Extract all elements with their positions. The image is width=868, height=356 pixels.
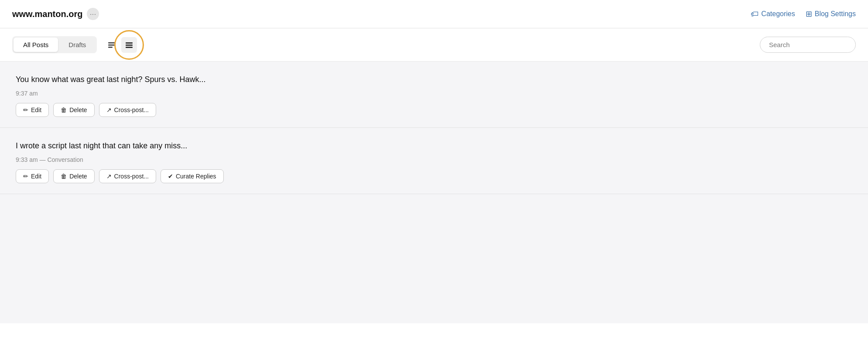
crosspost-label: Cross-post... bbox=[114, 173, 149, 180]
categories-link[interactable]: 🏷 Categories bbox=[751, 10, 795, 19]
delete-label: Delete bbox=[69, 173, 87, 180]
compact-view-button[interactable] bbox=[104, 37, 120, 53]
svg-rect-0 bbox=[108, 42, 115, 44]
post-item: You know what was great last night? Spur… bbox=[0, 62, 868, 128]
meta-separator: — bbox=[39, 156, 47, 163]
svg-rect-1 bbox=[108, 44, 115, 46]
edit-button[interactable]: ✏ Edit bbox=[16, 169, 49, 183]
tab-all-posts[interactable]: All Posts bbox=[14, 38, 58, 52]
edit-icon: ✏ bbox=[23, 106, 28, 113]
crosspost-button[interactable]: ↗ Cross-post... bbox=[99, 103, 156, 117]
svg-rect-5 bbox=[126, 47, 133, 48]
delete-button[interactable]: 🗑 Delete bbox=[53, 103, 94, 117]
delete-icon: 🗑 bbox=[61, 173, 67, 180]
post-text: You know what was great last night? Spur… bbox=[16, 74, 852, 86]
svg-rect-2 bbox=[108, 47, 113, 48]
crosspost-icon: ↗ bbox=[106, 173, 112, 180]
blog-settings-label: Blog Settings bbox=[815, 10, 856, 18]
edit-button[interactable]: ✏ Edit bbox=[16, 103, 49, 117]
svg-rect-3 bbox=[126, 42, 133, 44]
edit-icon: ✏ bbox=[23, 173, 28, 180]
edit-label: Edit bbox=[31, 173, 41, 180]
compact-view-icon bbox=[107, 41, 116, 49]
svg-rect-4 bbox=[126, 44, 133, 46]
categories-label: Categories bbox=[761, 10, 795, 18]
header-right: 🏷 Categories ⊞ Blog Settings bbox=[751, 9, 856, 19]
site-title: www.manton.org bbox=[12, 9, 82, 19]
list-view-icon bbox=[125, 41, 133, 49]
post-actions: ✏ Edit 🗑 Delete ↗ Cross-post... ✔ Curate… bbox=[16, 169, 852, 183]
list-view-button[interactable] bbox=[121, 37, 137, 53]
delete-button[interactable]: 🗑 Delete bbox=[53, 169, 94, 183]
post-text: I wrote a script last night that can tak… bbox=[16, 140, 852, 152]
toolbar-left: All Posts Drafts bbox=[12, 36, 137, 53]
toolbar: All Posts Drafts bbox=[0, 28, 868, 62]
post-time: 9:33 am bbox=[16, 156, 38, 163]
search-input[interactable] bbox=[760, 37, 856, 53]
post-meta: 9:37 am bbox=[16, 90, 852, 97]
tab-drafts[interactable]: Drafts bbox=[59, 38, 96, 52]
tab-group: All Posts Drafts bbox=[12, 36, 97, 53]
crosspost-label: Cross-post... bbox=[114, 106, 149, 113]
view-toggle-group bbox=[104, 37, 137, 53]
crosspost-button[interactable]: ↗ Cross-post... bbox=[99, 169, 156, 183]
post-item: I wrote a script last night that can tak… bbox=[0, 128, 868, 194]
post-actions: ✏ Edit 🗑 Delete ↗ Cross-post... bbox=[16, 103, 852, 117]
post-time: 9:37 am bbox=[16, 90, 38, 97]
posts-list: You know what was great last night? Spur… bbox=[0, 62, 868, 323]
curate-icon: ✔ bbox=[168, 173, 173, 180]
blog-settings-link[interactable]: ⊞ Blog Settings bbox=[806, 9, 856, 19]
conversation-tag: Conversation bbox=[47, 156, 83, 163]
crosspost-icon: ↗ bbox=[106, 106, 112, 113]
post-meta: 9:33 am — Conversation bbox=[16, 156, 852, 163]
header-left: www.manton.org ··· bbox=[12, 8, 99, 20]
header: www.manton.org ··· 🏷 Categories ⊞ Blog S… bbox=[0, 0, 868, 28]
delete-icon: 🗑 bbox=[61, 106, 67, 113]
page-wrapper: www.manton.org ··· 🏷 Categories ⊞ Blog S… bbox=[0, 0, 868, 356]
more-icon: ··· bbox=[90, 10, 96, 17]
delete-label: Delete bbox=[69, 106, 87, 113]
curate-replies-button[interactable]: ✔ Curate Replies bbox=[161, 169, 224, 183]
blog-settings-icon: ⊞ bbox=[806, 9, 812, 19]
categories-icon: 🏷 bbox=[751, 10, 759, 19]
edit-label: Edit bbox=[31, 106, 41, 113]
more-menu-button[interactable]: ··· bbox=[87, 8, 99, 20]
curate-label: Curate Replies bbox=[176, 173, 216, 180]
search-container bbox=[760, 37, 856, 53]
